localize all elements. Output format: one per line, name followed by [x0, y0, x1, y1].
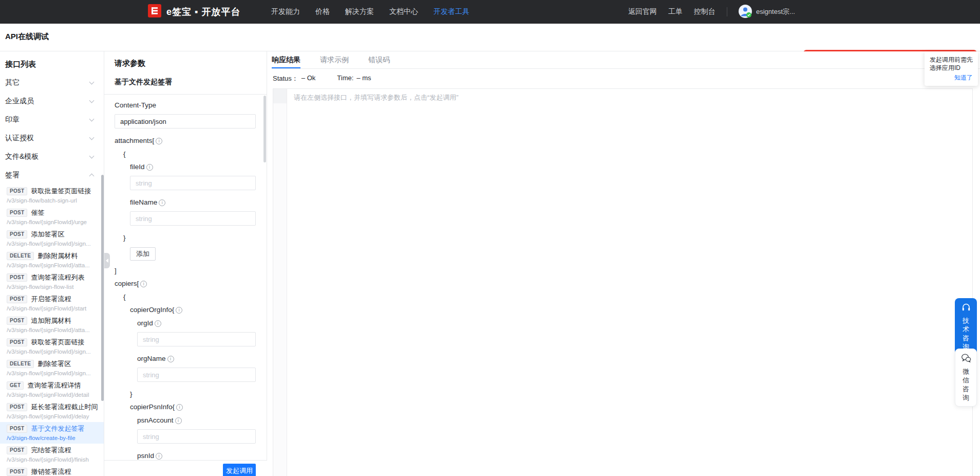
- api-list-item-12[interactable]: POST完结签署流程/v3/sign-flow/{signFlowId}/fin…: [0, 444, 104, 465]
- api-list-item-1[interactable]: POST催签/v3/sign-flow/{signFlowId}/urge: [0, 206, 104, 228]
- header-link-0[interactable]: 返回官网: [628, 7, 657, 16]
- add-item-button[interactable]: 添加: [130, 247, 156, 261]
- tab-2[interactable]: 错误码: [368, 51, 390, 68]
- response-editor[interactable]: 请在左侧选择接口，并填写请求参数后，点击“发起调用”: [273, 88, 973, 476]
- info-icon[interactable]: i: [156, 138, 162, 144]
- tooltip-confirm-link[interactable]: 知道了: [930, 74, 973, 82]
- param-label-row-0: Content-Type: [104, 101, 256, 110]
- api-path: /v3/sign-flow/{signFlowId}/detail: [7, 391, 100, 399]
- sidebar-category-1[interactable]: 企业成员: [0, 92, 104, 111]
- header-link-2[interactable]: 控制台: [694, 7, 715, 16]
- param-input[interactable]: [130, 211, 256, 226]
- sidebar-category-3[interactable]: 认证授权: [0, 129, 104, 148]
- api-path: /v3/sign-flow/{signFlowId}/start: [7, 304, 100, 313]
- api-list-item-13[interactable]: POST撤销签署流程/v3/sign-flow/{signFlowId}/rev…: [0, 465, 104, 476]
- chevron-down-icon: [89, 117, 95, 122]
- api-path: /v3/sign-flow/create-by-file: [7, 434, 100, 442]
- api-list-item-0[interactable]: POST获取批量签页面链接/v3/sign-flow/batch-sign-ur…: [0, 185, 104, 206]
- api-name: 获取签署页面链接: [31, 338, 84, 347]
- sidebar-category-0[interactable]: 其它: [0, 74, 104, 92]
- brace: {: [104, 292, 256, 302]
- method-badge: POST: [7, 295, 27, 303]
- brace: }: [104, 390, 256, 399]
- invoke-button[interactable]: 发起调用: [223, 464, 256, 476]
- request-form-scrollbar[interactable]: [263, 96, 266, 162]
- api-list-item-9[interactable]: GET查询签署流程详情/v3/sign-flow/{signFlowId}/de…: [0, 379, 104, 400]
- api-name: 添加签署区: [31, 230, 64, 239]
- sidebar-category-4[interactable]: 文件&模板: [0, 148, 104, 166]
- nav-item-4[interactable]: 开发者工具: [434, 7, 469, 16]
- nav-item-0[interactable]: 开发能力: [271, 7, 300, 16]
- api-list-item-6[interactable]: POST追加附属材料/v3/sign-flow/{signFlowId}/att…: [0, 314, 104, 336]
- api-list-item-8[interactable]: DELETE删除签署区/v3/sign-flow/{signFlowId}/si…: [0, 357, 104, 379]
- response-tabs: 响应结果请求示例错误码: [272, 51, 980, 69]
- param-label: orgId: [137, 319, 153, 328]
- method-badge: DELETE: [7, 252, 34, 260]
- api-list-item-3[interactable]: DELETE删除附属材料/v3/sign-flow/{signFlowId}/a…: [0, 249, 104, 271]
- method-badge: GET: [7, 381, 24, 390]
- api-list-item-4[interactable]: POST查询签署流程列表/v3/sign-flow/sign-flow-list: [0, 271, 104, 292]
- param-input-row-21: [104, 429, 256, 444]
- api-path: /v3/sign-flow/batch-sign-url: [7, 196, 100, 205]
- param-input[interactable]: [137, 332, 256, 346]
- info-icon[interactable]: i: [146, 164, 153, 171]
- sidebar-scrollbar[interactable]: [101, 175, 104, 401]
- info-icon[interactable]: i: [155, 320, 161, 327]
- tab-0[interactable]: 响应结果: [272, 51, 300, 68]
- param-input-row-15: [104, 332, 256, 346]
- sidebar-title: 接口列表: [0, 60, 104, 69]
- info-icon[interactable]: i: [167, 356, 174, 362]
- method-badge: POST: [7, 187, 27, 195]
- brand[interactable]: e签宝 ▪ 开放平台: [148, 0, 240, 24]
- wechat-support-button[interactable]: 微信咨询: [955, 349, 977, 407]
- nav-item-1[interactable]: 价格: [315, 7, 330, 16]
- api-list-item-11[interactable]: POST基于文件发起签署/v3/sign-flow/create-by-file: [0, 422, 104, 444]
- username: esigntest宗...: [756, 7, 795, 16]
- avatar: [739, 5, 752, 20]
- param-label: fileName: [130, 198, 157, 207]
- api-name: 查询签署流程详情: [27, 381, 81, 390]
- collapse-sidebar-handle[interactable]: [104, 253, 110, 268]
- nav-item-3[interactable]: 文档中心: [389, 7, 418, 16]
- category-label: 企业成员: [5, 97, 34, 106]
- editor-gutter: [273, 89, 287, 476]
- sidebar-category-5[interactable]: 签署: [0, 166, 104, 185]
- info-icon[interactable]: i: [140, 281, 147, 287]
- info-icon[interactable]: i: [175, 417, 182, 424]
- api-name: 查询签署流程列表: [31, 273, 84, 282]
- category-label: 印章: [5, 115, 20, 124]
- param-input[interactable]: [137, 368, 256, 382]
- api-list-item-2[interactable]: POST添加签署区/v3/sign-flow/{signFlowId}/sign…: [0, 228, 104, 249]
- category-list: 其它企业成员印章认证授权文件&模板签署: [0, 74, 104, 185]
- chevron-down-icon: [89, 80, 95, 85]
- api-list-item-7[interactable]: POST获取签署页面链接/v3/sign-flow/{signFlowId}/s…: [0, 336, 104, 357]
- api-list-item-10[interactable]: POST延长签署流程截止时间/v3/sign-flow/{signFlowId}…: [0, 400, 104, 422]
- tech-support-button[interactable]: 技术咨询: [955, 298, 977, 355]
- category-label: 其它: [5, 78, 20, 87]
- param-label-row-22: psnIdi: [104, 451, 256, 460]
- param-input-row-5: [104, 176, 256, 190]
- api-name: 删除附属材料: [37, 251, 78, 261]
- param-input-row-1: [104, 114, 256, 129]
- param-label-row-4: fileIdi: [104, 162, 256, 172]
- nav-item-2[interactable]: 解决方案: [345, 7, 374, 16]
- wechat-support-label: 微信咨询: [962, 367, 970, 402]
- tab-1[interactable]: 请求示例: [320, 51, 349, 68]
- param-label: copierOrgInfo{: [130, 305, 174, 315]
- brace: }: [104, 233, 256, 243]
- brace: {: [104, 150, 256, 159]
- tooltip-text: 发起调用前需先选择应用ID: [930, 56, 973, 72]
- info-icon[interactable]: i: [156, 453, 162, 460]
- param-input[interactable]: [115, 114, 256, 129]
- param-input[interactable]: [137, 429, 256, 444]
- param-input[interactable]: [130, 176, 256, 190]
- info-icon[interactable]: i: [176, 404, 183, 411]
- header-link-1[interactable]: 工单: [668, 7, 683, 16]
- info-icon[interactable]: i: [159, 199, 165, 206]
- method-badge: DELETE: [7, 360, 34, 368]
- api-list-item-5[interactable]: POST开启签署流程/v3/sign-flow/{signFlowId}/sta…: [0, 292, 104, 314]
- info-icon[interactable]: i: [176, 307, 182, 314]
- header-divider: [727, 7, 727, 16]
- user-menu[interactable]: esigntest宗...: [739, 5, 795, 20]
- sidebar-category-2[interactable]: 印章: [0, 111, 104, 129]
